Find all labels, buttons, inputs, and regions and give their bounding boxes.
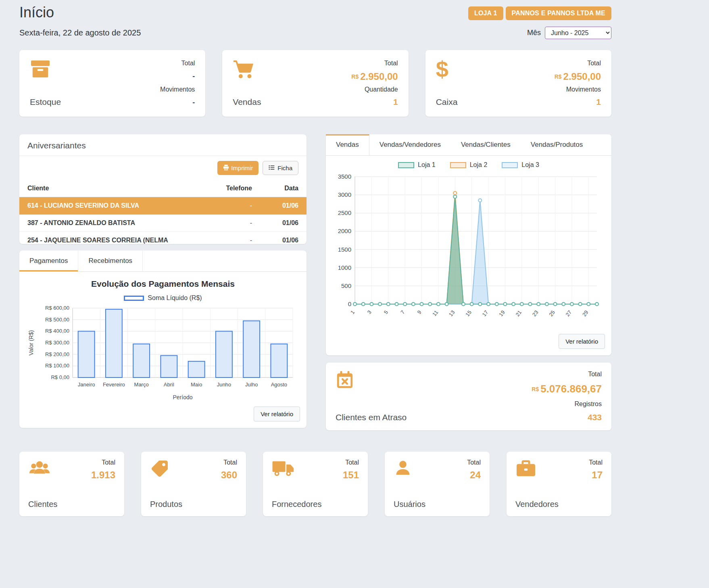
table-row[interactable]: 614 - LUCIANO SEVERINO DA SILVA - 01/06 <box>19 197 307 215</box>
mini-values: Total 151 <box>343 459 359 481</box>
mini-values: Total 17 <box>589 459 603 481</box>
current-date: Sexta-feira, 22 de agosto de 2025 <box>19 28 141 38</box>
bottom-row: Total 1.913 Clientes Total 360 Pr <box>19 452 611 516</box>
tab-recebimentos[interactable]: Recebimentos <box>78 250 143 271</box>
tab-vendas-clientes[interactable]: Vendas/Clientes <box>451 134 521 155</box>
atraso-left: Clientes em Atraso <box>336 371 407 422</box>
cliente-cell: 614 - LUCIANO SEVERINO DA SILVA <box>19 197 204 215</box>
svg-text:15: 15 <box>464 309 473 318</box>
svg-text:Abril: Abril <box>164 382 174 388</box>
legend-item-loja1: Loja 1 <box>398 161 436 169</box>
aniversariantes-title: Aniversariantes <box>19 134 307 156</box>
table-row[interactable]: 254 - JAQUELINE SOARES CORREIA (NELMA - … <box>19 232 307 244</box>
mini-top: Total 24 <box>394 459 481 481</box>
company-badge[interactable]: PANNOS E PANNOS LTDA ME <box>506 6 611 20</box>
svg-text:R$ 200,00: R$ 200,00 <box>45 351 69 357</box>
total-value: 24 <box>467 469 481 481</box>
dollar-icon: $ <box>436 60 458 79</box>
pagamentos-bar-chart: R$ 0,00R$ 100,00R$ 200,00R$ 300,00R$ 400… <box>27 304 298 403</box>
mini-top: Total 360 <box>150 459 237 481</box>
mini-values: Total 360 <box>221 459 237 481</box>
svg-text:27: 27 <box>565 309 573 318</box>
svg-text:Maio: Maio <box>191 382 202 388</box>
loja2-label: Loja 2 <box>470 161 488 169</box>
atraso-values: Total R$5.076.869,67 Registros 433 <box>532 371 602 422</box>
svg-text:13: 13 <box>448 309 456 318</box>
atraso-label: Clientes em Atraso <box>336 413 407 422</box>
cart-icon <box>233 60 261 81</box>
stat-values: Total R$2.950,00 Quantidade 1 <box>351 60 398 107</box>
loja3-swatch <box>502 162 518 168</box>
card-label: Vendedores <box>515 500 603 509</box>
page-title: Início <box>19 4 54 21</box>
usuarios-card: Total 24 Usuários <box>385 452 490 516</box>
total-label: Total <box>91 459 115 466</box>
svg-text:1: 1 <box>349 309 356 315</box>
svg-text:Fevereiro: Fevereiro <box>103 382 125 388</box>
svg-text:25: 25 <box>548 309 556 318</box>
registros-value: 433 <box>588 413 602 422</box>
svg-text:5: 5 <box>383 309 389 315</box>
main-grid: Aniversariantes Imprimir <box>19 134 611 430</box>
total-value: R$2.950,00 <box>555 71 601 82</box>
briefcase-icon <box>515 459 536 479</box>
imprimir-button[interactable]: Imprimir <box>217 161 259 175</box>
column-data: Data <box>260 180 307 197</box>
left-column: Aniversariantes Imprimir <box>19 134 307 428</box>
svg-text:1500: 1500 <box>338 246 351 253</box>
card-label: Fornecedores <box>272 500 359 509</box>
user-icon <box>394 459 412 479</box>
users-icon <box>28 459 51 479</box>
svg-text:500: 500 <box>341 282 351 289</box>
svg-text:11: 11 <box>431 309 439 317</box>
ver-relatorio-pagamentos-button[interactable]: Ver relatório <box>254 407 300 421</box>
loja3-label: Loja 3 <box>521 161 539 169</box>
svg-text:Janeiro: Janeiro <box>78 382 95 388</box>
stat-card-vendas: Vendas Total R$2.950,00 Quantidade 1 <box>222 50 408 117</box>
svg-text:3000: 3000 <box>338 191 351 198</box>
stat-card-caixa: $ Caixa Total R$2.950,00 Movimentos 1 <box>425 50 611 117</box>
stats-row: Estoque Total - Movimentos - Vendas <box>19 50 611 117</box>
month-select[interactable]: Junho - 2025 <box>545 27 611 39</box>
mini-values: Total 24 <box>467 459 481 481</box>
ficha-button[interactable]: Ficha <box>263 161 298 175</box>
svg-text:R$ 600,00: R$ 600,00 <box>45 305 69 311</box>
svg-text:Agosto: Agosto <box>271 382 287 388</box>
data-cell: 01/06 <box>260 232 307 244</box>
table-row[interactable]: 387 - ANTONIO ZENALDO BATISTA - 01/06 <box>19 215 307 232</box>
tab-vendas-vendedores[interactable]: Vendas/Vendedores <box>369 134 451 155</box>
svg-text:19: 19 <box>498 309 506 318</box>
tab-pagamentos[interactable]: Pagamentos <box>19 250 78 271</box>
stat-left: Vendas <box>233 60 261 107</box>
stat-values: Total R$2.950,00 Movimentos 1 <box>555 60 601 107</box>
total-label: Total <box>384 60 398 67</box>
mini-top: Total 151 <box>272 459 359 481</box>
total-label: Total <box>588 371 602 378</box>
printer-icon <box>223 165 229 172</box>
clientes-atraso-card: Clientes em Atraso Total R$5.076.869,67 … <box>326 363 611 430</box>
svg-text:R$ 500,00: R$ 500,00 <box>45 317 69 323</box>
truck-icon <box>272 459 294 479</box>
tab-vendas[interactable]: Vendas <box>326 134 369 155</box>
ver-relatorio-vendas-button[interactable]: Ver relatório <box>559 334 605 349</box>
vendas-panel: Vendas Vendas/Vendedores Vendas/Clientes… <box>326 134 611 355</box>
currency-prefix: R$ <box>555 73 562 80</box>
box-icon <box>30 60 61 80</box>
svg-text:0: 0 <box>348 300 351 307</box>
tab-vendas-produtos[interactable]: Vendas/Produtos <box>521 134 593 155</box>
store-badge[interactable]: LOJA 1 <box>468 6 503 20</box>
stat-card-estoque: Estoque Total - Movimentos - <box>19 50 205 117</box>
svg-text:Valor (R$): Valor (R$) <box>28 330 34 356</box>
list-icon <box>269 165 275 171</box>
svg-text:17: 17 <box>481 309 490 318</box>
stat-label-estoque: Estoque <box>30 97 61 107</box>
total-label: Total <box>587 60 601 67</box>
card-label: Clientes <box>28 500 115 509</box>
aniversariantes-toolbar: Imprimir Ficha <box>19 156 307 180</box>
aniversariantes-table: Cliente Telefone Data 614 - LUCIANO SEVE… <box>19 180 307 244</box>
telefone-cell: - <box>204 215 260 232</box>
telefone-cell: - <box>204 197 260 215</box>
table-header-row: Cliente Telefone Data <box>19 180 307 197</box>
loja1-label: Loja 1 <box>418 161 436 169</box>
total-value: 1.913 <box>91 469 115 481</box>
